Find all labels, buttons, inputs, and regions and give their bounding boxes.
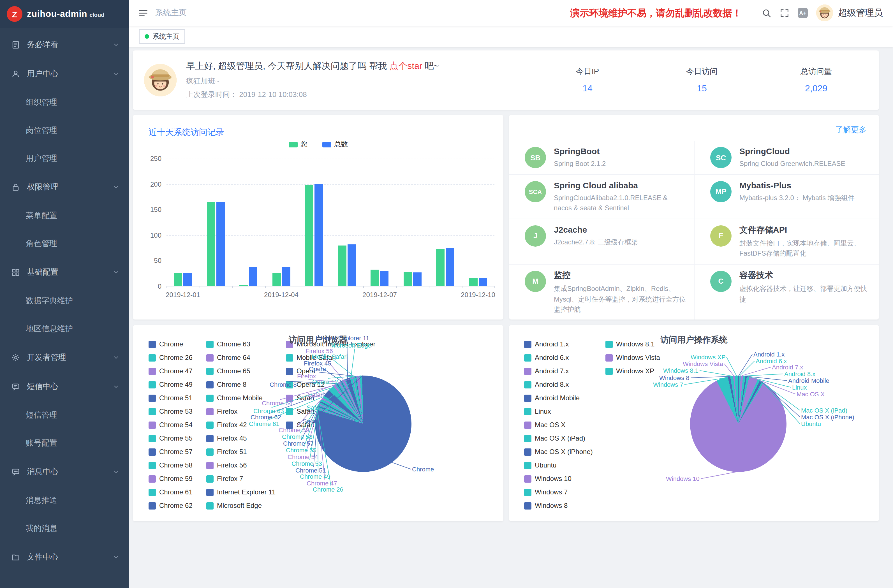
os-pie[interactable] (690, 376, 786, 472)
fullscreen-icon[interactable] (780, 8, 789, 18)
legend-item[interactable]: Mac OS X (524, 418, 593, 432)
sidebar-menu-item[interactable]: 用户中心 (0, 59, 129, 89)
bar-chart-plot[interactable]: 0501001502002502019-12-012019-12-042019-… (167, 159, 495, 286)
sidebar-submenu-item[interactable]: 地区信息维护 (0, 315, 129, 343)
legend-item[interactable]: Firefox 7 (206, 472, 275, 486)
bar-您[interactable] (469, 278, 478, 286)
bar-总数[interactable] (479, 278, 487, 286)
sidebar-submenu-item[interactable]: 用户管理 (0, 144, 129, 173)
legend-marker (286, 408, 293, 415)
legend-item[interactable]: Chrome 61 (149, 486, 192, 499)
legend-item[interactable]: Chrome 26 (149, 351, 192, 364)
sidebar-menu-item[interactable]: 权限管理 (0, 173, 129, 202)
legend-item[interactable]: Android 8.x (524, 378, 593, 391)
legend-item[interactable]: Windows 8 (524, 499, 593, 512)
sidebar-submenu-item[interactable]: 账号配置 (0, 429, 129, 457)
sidebar-submenu-item[interactable]: 消息推送 (0, 487, 129, 514)
sidebar-submenu-item[interactable]: 菜单配置 (0, 202, 129, 230)
bar-您[interactable] (371, 270, 379, 286)
legend-item[interactable]: Chrome 62 (149, 499, 192, 512)
search-icon[interactable] (762, 8, 771, 18)
legend-item[interactable]: 您 (289, 140, 307, 149)
current-user-name[interactable]: 超级管理员 (838, 7, 883, 19)
bar-总数[interactable] (315, 183, 323, 286)
bar-总数[interactable] (413, 273, 422, 286)
x-axis-tick (199, 286, 200, 288)
sidebar-submenu-item[interactable]: 角色管理 (0, 230, 129, 258)
bar-您[interactable] (174, 273, 182, 286)
browser-pie-card: 访问用户浏览器 ChromeChrome 26Chrome 47Chrome 4… (133, 325, 504, 521)
bar-总数[interactable] (183, 273, 192, 286)
legend-item[interactable]: Windows 10 (524, 472, 593, 486)
font-size-icon[interactable]: A+ (798, 8, 808, 18)
bar-总数[interactable] (446, 248, 454, 286)
legend-item[interactable]: Ubuntu (524, 459, 593, 472)
sidebar-menu-item[interactable]: 短信中心 (0, 372, 129, 402)
bar-总数[interactable] (249, 267, 258, 286)
sidebar-submenu-item[interactable]: 我的消息 (0, 514, 129, 543)
tech-title: 容器技术 (740, 270, 871, 281)
browser-pie[interactable] (315, 376, 412, 472)
legend-item[interactable]: Android 7.x (524, 364, 593, 378)
app-logo[interactable]: Z zuihou-admin cloud (0, 0, 129, 28)
bar-总数[interactable] (347, 244, 356, 286)
legend-item[interactable]: 总数 (322, 140, 348, 149)
legend-item[interactable]: Chrome 8 (206, 378, 275, 391)
bar-您[interactable] (338, 245, 346, 286)
legend-item[interactable]: Chrome 65 (206, 364, 275, 378)
legend-item[interactable]: Chrome 51 (149, 391, 192, 405)
bar-您[interactable] (207, 202, 215, 286)
pie-label: Windows 8 (659, 374, 690, 381)
legend-item[interactable]: Android 6.x (524, 351, 593, 364)
legend-item[interactable]: Chrome 57 (149, 445, 192, 459)
legend-item[interactable]: Android Mobile (524, 391, 593, 405)
bar-总数[interactable] (380, 271, 389, 286)
bar-您[interactable] (272, 273, 281, 286)
legend-item[interactable]: Chrome 55 (149, 432, 192, 445)
legend-label: Firefox (217, 408, 238, 415)
legend-item[interactable]: Chrome 59 (149, 472, 192, 486)
sidebar-submenu-item[interactable]: 短信管理 (0, 402, 129, 429)
legend-label: Chrome 64 (217, 354, 250, 362)
legend-item[interactable]: Chrome 47 (149, 364, 192, 378)
legend-item[interactable]: Mac OS X (iPhone) (524, 445, 593, 459)
legend-label: Chrome 47 (159, 367, 192, 375)
legend-item[interactable]: Chrome 54 (149, 418, 192, 432)
legend-item[interactable]: Windows Vista (606, 351, 660, 364)
legend-item[interactable]: Chrome 53 (149, 405, 192, 418)
legend-item[interactable]: Windows 7 (524, 486, 593, 499)
legend-label: Chrome 61 (159, 488, 192, 496)
sidebar-submenu-item[interactable]: 数据字典维护 (0, 287, 129, 315)
bar-您[interactable] (436, 249, 445, 286)
sidebar-menu-item[interactable]: 务必详看 (0, 30, 129, 59)
legend-item[interactable]: Chrome 58 (149, 459, 192, 472)
sidebar-menu-item[interactable]: 消息中心 (0, 457, 129, 487)
legend-item[interactable]: Firefox 45 (206, 432, 275, 445)
bar-总数[interactable] (282, 267, 290, 286)
legend-item[interactable]: Firefox 56 (206, 459, 275, 472)
legend-item[interactable]: Chrome 64 (206, 351, 275, 364)
user-avatar[interactable] (816, 5, 833, 21)
legend-marker (286, 367, 293, 375)
sidebar-menu-item[interactable]: 基础配置 (0, 258, 129, 287)
legend-item[interactable]: Chrome 49 (149, 378, 192, 391)
bar-您[interactable] (240, 285, 248, 286)
learn-more-link[interactable]: 了解更多 (835, 125, 867, 135)
sidebar-submenu-item[interactable]: 岗位管理 (0, 117, 129, 144)
legend-item[interactable]: Mac OS X (iPad) (524, 432, 593, 445)
sidebar-menu-item[interactable]: 开发者管理 (0, 343, 129, 372)
star-link[interactable]: 点个star (389, 61, 422, 71)
legend-item[interactable]: Linux (524, 405, 593, 418)
tab-home[interactable]: 系统主页 (139, 29, 185, 44)
legend-item[interactable]: Firefox 51 (206, 445, 275, 459)
hamburger-icon[interactable] (129, 8, 155, 18)
legend-item[interactable]: Internet Explorer 11 (206, 486, 275, 499)
bar-总数[interactable] (216, 202, 225, 286)
legend-item[interactable]: Windows XP (606, 364, 660, 378)
bar-您[interactable] (305, 185, 314, 286)
sidebar-menu-item[interactable]: 文件中心 (0, 543, 129, 572)
sidebar-submenu-item[interactable]: 组织管理 (0, 89, 129, 117)
legend-item[interactable]: Microsoft Edge (206, 499, 275, 512)
bar-您[interactable] (404, 272, 412, 286)
legend-label: Android 8.x (535, 380, 569, 388)
